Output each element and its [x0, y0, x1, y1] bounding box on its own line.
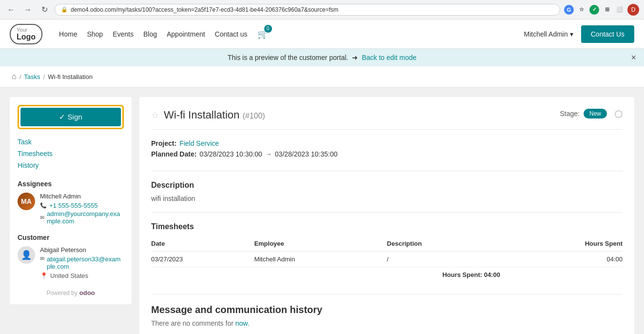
admin-dropdown[interactable]: Mitchell Admin ▾ — [524, 30, 573, 38]
ts-tbody: 03/27/2023 Mitchell Admin / 04:00 — [151, 252, 623, 267]
customer-location-row: 📍 United States — [40, 272, 124, 279]
location-icon: 📍 — [40, 272, 48, 279]
email-icon: ✉ — [40, 215, 44, 221]
timesheets-table: Date Employee Description Hours Spent 03… — [151, 236, 623, 282]
green-ext-icon[interactable]: ✓ — [589, 5, 599, 15]
timesheets-title: Timesheets — [151, 222, 623, 231]
table-row: 03/27/2023 Mitchell Admin / 04:00 — [151, 252, 623, 267]
logo-your: Your — [17, 27, 36, 33]
ts-col-employee: Employee — [254, 236, 387, 252]
star-ext-icon[interactable]: ☆ — [577, 5, 586, 15]
sign-button[interactable]: ✓ Sign — [20, 108, 121, 126]
powered-by: Powered by odoo — [18, 289, 124, 296]
nav-contact-us[interactable]: Contact us — [215, 30, 248, 38]
planned-date-label: Planned Date: — [151, 150, 196, 158]
back-to-edit-link[interactable]: Back to edit mode — [362, 54, 416, 61]
ts-col-date: Date — [151, 236, 254, 252]
ts-col-hours: Hours Spent — [500, 236, 623, 252]
powered-by-text: Powered by — [46, 290, 77, 296]
odoo-logo: odoo — [79, 289, 95, 296]
breadcrumb-sep-1: / — [20, 73, 21, 80]
description-title: Description — [151, 181, 623, 190]
sidebar-nav: Task Timesheets History — [18, 137, 124, 170]
assignee-item: MA Mitchell Admin 📞 +1 555-555-5555 ✉ ad… — [18, 193, 124, 226]
ts-header-row: Date Employee Description Hours Spent — [151, 236, 623, 252]
star-favorite-icon[interactable]: ☆ — [151, 110, 159, 120]
arrow-icon: ➜ — [352, 54, 358, 61]
nav-events[interactable]: Events — [113, 30, 134, 38]
customer-section: Customer 👤 Abigail Peterson ✉ abigail.pe… — [18, 234, 124, 279]
logo[interactable]: Your Logo — [10, 24, 42, 44]
admin-name: Mitchell Admin — [524, 30, 567, 38]
nav-blog[interactable]: Blog — [143, 30, 157, 38]
ts-total-row: Hours Spent: 04:00 — [151, 267, 623, 283]
ts-cell-employee[interactable]: Mitchell Admin — [254, 252, 387, 267]
customer-info: Abigail Peterson ✉ abigail.peterson33@ex… — [40, 246, 124, 279]
content-area: ☆ Wi-fi Installation (#100) Stage: New P… — [139, 97, 634, 334]
assignee-avatar: MA — [18, 193, 35, 210]
description-section: Description wifi installation — [151, 181, 623, 213]
sidebar-history-link[interactable]: History — [18, 160, 124, 170]
assignees-title: Assignees — [18, 180, 124, 188]
project-row: Project: Field Service — [151, 139, 623, 147]
customer-name: Abigail Peterson — [40, 246, 124, 254]
preview-banner: This is a preview of the customer portal… — [0, 49, 644, 66]
task-title: Wi-fi Installation (#100) — [164, 109, 265, 121]
cart-badge: 0 — [264, 25, 272, 33]
breadcrumb: ⌂ / Tasks / Wi-fi Installation — [0, 66, 644, 87]
breadcrumb-sep-2: / — [43, 73, 45, 80]
date-arrow-icon: → — [265, 150, 272, 158]
customer-location: United States — [50, 272, 88, 279]
task-title-row: ☆ Wi-fi Installation (#100) — [151, 109, 265, 121]
customer-email[interactable]: abigail.peterson33@example.com — [47, 255, 124, 270]
assignee-email[interactable]: admin@yourcompany.example.com — [47, 210, 124, 225]
breadcrumb-current: Wi-fi Installation — [48, 73, 93, 80]
nav-appointment[interactable]: Appointment — [167, 30, 205, 38]
ts-cell-hours: 04:00 — [500, 252, 623, 267]
task-number: (#100) — [242, 112, 265, 120]
ts-cell-date: 03/27/2023 — [151, 252, 254, 267]
preview-close-button[interactable]: × — [631, 53, 636, 63]
sidebar-task-link[interactable]: Task — [18, 137, 124, 147]
contact-us-button[interactable]: Contact Us — [581, 25, 634, 43]
project-link[interactable]: Field Service — [179, 139, 219, 147]
description-text: wifi installation — [151, 195, 623, 213]
puzzle-ext-icon[interactable]: ⊞ — [602, 5, 612, 15]
assignee-phone-row: 📞 +1 555-555-5555 — [40, 202, 124, 209]
nav-shop[interactable]: Shop — [87, 30, 103, 38]
assignee-phone[interactable]: +1 555-555-5555 — [49, 202, 98, 209]
user-avatar-icon[interactable]: D — [627, 4, 639, 16]
customer-avatar: 👤 — [18, 246, 35, 264]
no-comments-text: There are no comments for now. — [151, 319, 623, 327]
stage-pill: New — [584, 109, 607, 118]
sign-button-wrapper: ✓ Sign — [18, 105, 124, 129]
task-details: Project: Field Service Planned Date: 03/… — [151, 139, 623, 171]
breadcrumb-tasks[interactable]: Tasks — [24, 73, 40, 80]
chevron-down-icon: ▾ — [570, 30, 573, 38]
stage-label: Stage: — [560, 110, 580, 118]
message-history-title: Message and communication history — [151, 304, 623, 315]
google-ext-icon[interactable]: G — [564, 5, 574, 15]
no-comments-now[interactable]: now. — [235, 319, 250, 327]
nav-home[interactable]: Home — [59, 30, 77, 38]
refresh-button[interactable]: ↻ — [38, 3, 51, 16]
customer-title: Customer — [18, 234, 124, 241]
sidebar-timesheets-link[interactable]: Timesheets — [18, 149, 124, 158]
forward-button[interactable]: → — [21, 3, 34, 16]
back-button[interactable]: ← — [5, 3, 18, 16]
ts-col-description: Description — [387, 236, 500, 252]
cart-icon[interactable]: 🛒 0 — [257, 29, 268, 39]
assignee-name: Mitchell Admin — [40, 193, 124, 200]
layout-ext-icon[interactable]: ⬜ — [615, 5, 624, 15]
preview-text: This is a preview of the customer portal… — [228, 54, 348, 61]
planned-date-start: 03/28/2023 10:30:00 — [199, 150, 262, 158]
timesheets-section: Timesheets Date Employee Description Hou… — [151, 222, 623, 282]
url-bar[interactable]: 🔒 demo4.odoo.com/my/tasks/100?access_tok… — [55, 4, 560, 16]
home-icon[interactable]: ⌂ — [12, 72, 17, 81]
browser-chrome: ← → ↻ 🔒 demo4.odoo.com/my/tasks/100?acce… — [0, 0, 644, 20]
customer-email-row: ✉ abigail.peterson33@example.com — [40, 255, 124, 270]
url-text: demo4.odoo.com/my/tasks/100?access_token… — [71, 6, 554, 13]
sidebar: ✓ Sign Task Timesheets History Assignees… — [10, 97, 132, 304]
logo-logo: Logo — [17, 33, 36, 41]
task-complete-radio[interactable] — [615, 110, 623, 118]
